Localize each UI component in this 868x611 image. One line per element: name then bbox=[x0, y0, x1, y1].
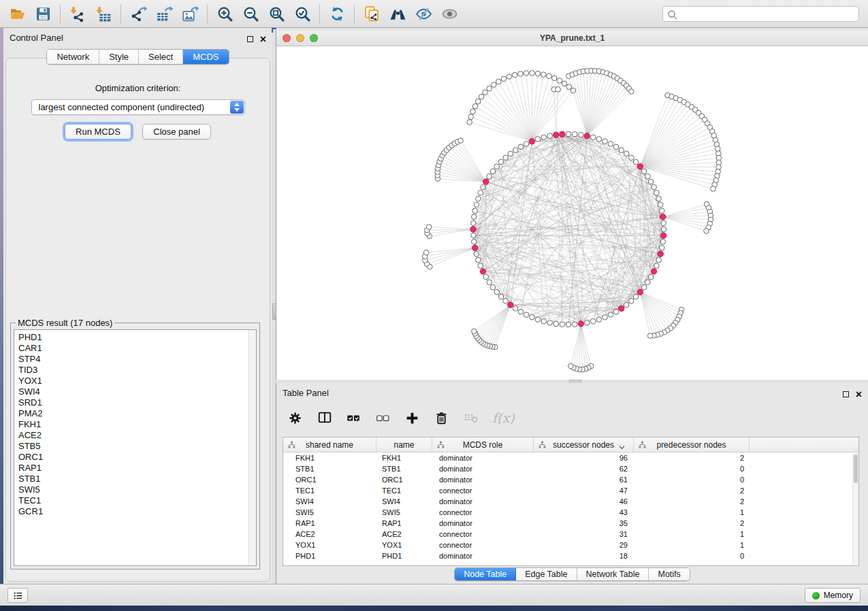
network-node[interactable] bbox=[474, 251, 479, 257]
mcds-hub-node[interactable] bbox=[637, 289, 643, 295]
network-node[interactable] bbox=[508, 151, 513, 156]
network-node[interactable] bbox=[641, 169, 647, 174]
zoom-out-button[interactable] bbox=[239, 2, 262, 25]
network-node[interactable] bbox=[579, 132, 584, 137]
network-node[interactable] bbox=[535, 71, 541, 76]
network-node[interactable] bbox=[472, 208, 478, 214]
close-panel-button[interactable]: × bbox=[260, 35, 266, 43]
show-columns-button[interactable] bbox=[317, 410, 332, 426]
delete-row-button[interactable] bbox=[434, 410, 449, 426]
network-node[interactable] bbox=[468, 114, 474, 120]
show-all-button[interactable] bbox=[438, 2, 461, 25]
zoom-selected-button[interactable] bbox=[291, 2, 314, 25]
mcds-result-item[interactable]: ACE2 bbox=[18, 430, 256, 441]
table-scrollbar-thumb[interactable] bbox=[854, 455, 858, 483]
network-node[interactable] bbox=[660, 246, 665, 251]
mcds-result-item[interactable]: STB1 bbox=[18, 474, 256, 484]
network-node[interactable] bbox=[566, 131, 571, 137]
network-node[interactable] bbox=[624, 151, 629, 156]
mcds-list-scrollbar[interactable] bbox=[248, 330, 256, 565]
add-row-button[interactable] bbox=[404, 410, 420, 426]
network-node[interactable] bbox=[535, 137, 541, 142]
network-node[interactable] bbox=[476, 257, 481, 263]
maximize-window-traffic-light[interactable] bbox=[310, 34, 318, 42]
deselect-all-button[interactable] bbox=[375, 410, 391, 426]
network-node[interactable] bbox=[596, 137, 602, 142]
mcds-hub-node[interactable] bbox=[553, 132, 559, 137]
network-node[interactable] bbox=[645, 174, 651, 179]
mcds-result-item[interactable]: PMA2 bbox=[18, 408, 256, 419]
network-node[interactable] bbox=[472, 329, 477, 334]
mcds-result-item[interactable]: GCR1 bbox=[18, 506, 256, 517]
mcds-result-item[interactable]: ORC1 bbox=[18, 452, 256, 463]
network-node[interactable] bbox=[471, 240, 477, 245]
network-node[interactable] bbox=[608, 142, 613, 147]
tab-style[interactable]: Style bbox=[99, 50, 139, 64]
table-row[interactable]: ORC1ORC1dominator610 bbox=[283, 474, 858, 485]
network-node[interactable] bbox=[501, 76, 507, 82]
memory-button[interactable]: Memory bbox=[805, 588, 861, 603]
network-node[interactable] bbox=[498, 159, 504, 165]
mcds-hub-node[interactable] bbox=[661, 233, 666, 238]
network-node[interactable] bbox=[467, 120, 472, 125]
table-row[interactable]: SWI5SWI5connector431 bbox=[283, 507, 858, 518]
tab-node-table[interactable]: Node Table bbox=[455, 568, 516, 580]
network-node[interactable] bbox=[490, 284, 496, 290]
mcds-result-item[interactable]: SRD1 bbox=[18, 397, 256, 408]
network-canvas[interactable] bbox=[276, 46, 868, 380]
network-node[interactable] bbox=[704, 229, 709, 234]
network-node[interactable] bbox=[556, 87, 561, 93]
mcds-hub-node[interactable] bbox=[560, 131, 565, 137]
network-node[interactable] bbox=[498, 294, 504, 299]
network-node[interactable] bbox=[479, 94, 484, 99]
network-node[interactable] bbox=[629, 89, 634, 95]
network-node[interactable] bbox=[547, 73, 552, 79]
table-row[interactable]: RAP1RAP1dominator352 bbox=[283, 518, 858, 529]
network-node[interactable] bbox=[541, 135, 547, 140]
mcds-hub-node[interactable] bbox=[483, 179, 489, 184]
network-node[interactable] bbox=[658, 202, 663, 208]
network-node[interactable] bbox=[648, 274, 654, 280]
column-header[interactable]: successor nodes bbox=[534, 437, 634, 452]
network-node[interactable] bbox=[660, 208, 665, 214]
network-node[interactable] bbox=[476, 196, 481, 201]
network-node[interactable] bbox=[711, 186, 716, 192]
table-settings-button[interactable] bbox=[287, 410, 303, 426]
column-header[interactable]: MCDS role bbox=[432, 437, 534, 452]
table-row[interactable]: FKH1FKH1dominator962 bbox=[283, 452, 858, 463]
network-node[interactable] bbox=[524, 142, 529, 147]
network-node[interactable] bbox=[494, 290, 500, 295]
network-node[interactable] bbox=[518, 71, 524, 77]
table-row[interactable]: SWI4SWI4dominator462 bbox=[283, 496, 858, 507]
copy-network-button[interactable] bbox=[360, 2, 383, 25]
save-session-button[interactable] bbox=[31, 2, 54, 25]
tab-select[interactable]: Select bbox=[139, 50, 183, 64]
network-node[interactable] bbox=[570, 88, 576, 93]
network-node[interactable] bbox=[568, 363, 574, 369]
network-node[interactable] bbox=[572, 132, 577, 137]
network-node[interactable] bbox=[645, 280, 651, 285]
network-node[interactable] bbox=[613, 309, 619, 314]
refresh-view-button[interactable] bbox=[325, 2, 349, 25]
mcds-hub-node[interactable] bbox=[508, 302, 513, 308]
export-table-button[interactable] bbox=[152, 2, 176, 25]
network-node[interactable] bbox=[423, 250, 429, 255]
network-node[interactable] bbox=[654, 263, 660, 269]
close-table-panel-button[interactable]: × bbox=[856, 391, 862, 398]
network-node[interactable] bbox=[654, 191, 660, 196]
tab-network[interactable]: Network bbox=[47, 50, 99, 64]
network-node[interactable] bbox=[566, 322, 571, 327]
network-node[interactable] bbox=[652, 184, 657, 190]
hide-selected-button[interactable] bbox=[412, 2, 435, 25]
network-node[interactable] bbox=[547, 320, 553, 326]
mcds-result-item[interactable]: PHD1 bbox=[18, 332, 256, 343]
network-node[interactable] bbox=[492, 82, 497, 88]
mcds-result-item[interactable]: RAP1 bbox=[18, 463, 256, 474]
mcds-result-item[interactable]: CAR1 bbox=[18, 343, 256, 354]
network-node[interactable] bbox=[503, 155, 509, 161]
mcds-result-item[interactable]: STB5 bbox=[18, 441, 256, 452]
network-node[interactable] bbox=[530, 315, 535, 320]
network-node[interactable] bbox=[541, 318, 547, 324]
mcds-result-item[interactable]: TEC1 bbox=[18, 495, 256, 506]
network-node[interactable] bbox=[487, 86, 492, 91]
